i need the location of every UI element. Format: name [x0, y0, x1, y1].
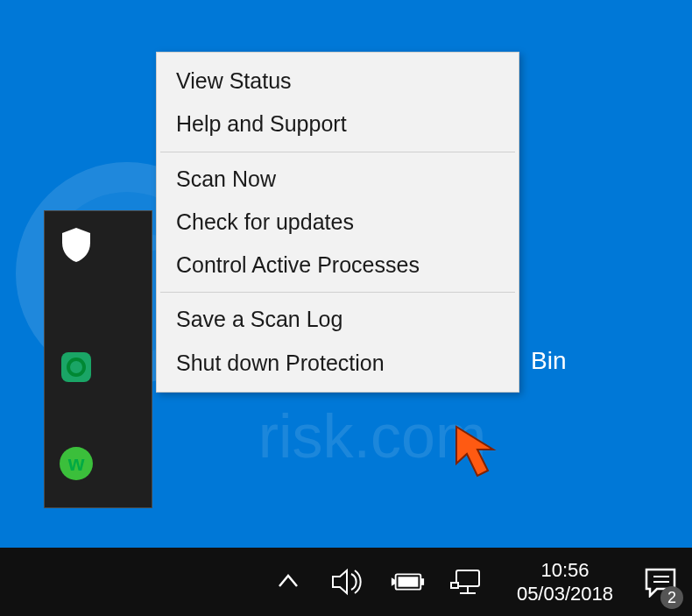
menu-separator — [160, 152, 515, 152]
tray-context-menu: View Status Help and Support Scan Now Ch… — [156, 52, 519, 393]
svg-rect-13 — [420, 578, 424, 585]
menu-item-save-scan-log[interactable]: Save a Scan Log — [157, 298, 519, 341]
svg-rect-15 — [456, 570, 479, 586]
svg-text:w: w — [67, 451, 85, 475]
clock-time: 10:56 — [517, 558, 613, 583]
clock-date: 05/03/2018 — [517, 582, 613, 606]
menu-separator — [160, 292, 515, 293]
svg-rect-14 — [398, 577, 418, 586]
menu-item-view-status[interactable]: View Status — [157, 60, 519, 103]
annotation-arrow-icon — [455, 425, 519, 486]
svg-rect-18 — [451, 583, 458, 588]
menu-item-scan-now[interactable]: Scan Now — [157, 158, 519, 201]
taskbar: 10:56 05/03/2018 2 — [0, 548, 692, 616]
menu-item-check-updates[interactable]: Check for updates — [157, 201, 519, 244]
network-icon[interactable] — [448, 563, 485, 600]
volume-icon[interactable] — [329, 563, 366, 600]
battery-icon[interactable] — [389, 563, 426, 600]
defender-shield-icon[interactable] — [52, 220, 101, 269]
tray-overflow-chevron-icon[interactable] — [270, 563, 307, 600]
tray-overflow-popup[interactable]: w — [44, 210, 152, 508]
system-tray — [270, 563, 501, 600]
tray-app-green-circle-icon[interactable]: w — [52, 439, 101, 488]
svg-rect-6 — [61, 352, 91, 382]
svg-marker-11 — [333, 570, 347, 593]
desktop-area: risk.com w View Status Help and Support … — [0, 0, 692, 616]
notification-badge: 2 — [660, 586, 683, 609]
action-center-button[interactable]: 2 — [629, 548, 692, 616]
antivirus-green-icon[interactable] — [52, 343, 101, 392]
svg-marker-10 — [456, 427, 493, 476]
recycle-bin-label[interactable]: Bin — [531, 347, 566, 375]
taskbar-clock[interactable]: 10:56 05/03/2018 — [501, 558, 629, 606]
menu-item-shut-down-protection[interactable]: Shut down Protection — [157, 342, 519, 385]
menu-item-control-processes[interactable]: Control Active Processes — [157, 244, 519, 287]
svg-text:risk.com: risk.com — [258, 402, 487, 471]
menu-item-help-support[interactable]: Help and Support — [157, 103, 519, 145]
